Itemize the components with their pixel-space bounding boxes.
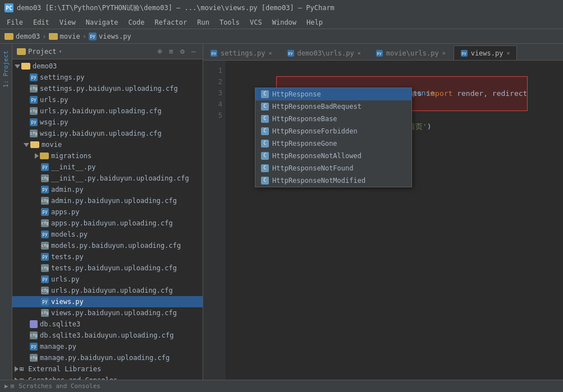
tab-settings-close[interactable]: ✕ (268, 50, 272, 56)
list-item[interactable]: cfg tests.py.baiduyun.uploading.cfg (12, 262, 203, 274)
list-item[interactable]: py models.py (12, 229, 203, 240)
views-py-item[interactable]: py views.py (12, 296, 203, 307)
menu-navigate[interactable]: Navigate (81, 17, 123, 27)
editor-content[interactable]: 1 2 3 4 5 from django.shortcuts import r… (203, 61, 563, 380)
autocomplete-item[interactable]: C HttpResponseBase (255, 113, 411, 125)
tab-views-close[interactable]: ✕ (506, 50, 510, 56)
py-file-icon: py (41, 230, 49, 238)
list-item[interactable]: py __init__.py (12, 162, 203, 173)
ac-item-label: HttpResponseGone (272, 138, 337, 149)
status-bar: ▶ ⊞ Scratches and Consoles (0, 380, 563, 392)
menu-code[interactable]: Code (124, 17, 149, 27)
menu-window[interactable]: Window (268, 17, 301, 27)
tab-demo03-urls[interactable]: py demo03\urls.py ✕ (280, 45, 368, 60)
list-item[interactable]: cfg apps.py.baiduyun.uploading.cfg (12, 218, 203, 229)
list-item[interactable]: cfg urls.py.baiduyun.uploading.cfg (12, 105, 203, 117)
autocomplete-item[interactable]: C HttpResponseForbidden (255, 125, 411, 137)
list-item[interactable]: py wsgi.py (12, 117, 203, 128)
breadcrumb-movie[interactable]: movie (49, 33, 80, 40)
file-label: settings.py (40, 73, 84, 81)
root-folder-icon (21, 63, 30, 70)
movie-folder-item[interactable]: movie (12, 139, 203, 150)
list-item[interactable]: cfg urls.py.baiduyun.uploading.cfg (12, 285, 203, 296)
list-item[interactable]: py manage.py (12, 341, 203, 352)
menu-view[interactable]: View (55, 17, 80, 27)
menu-tools[interactable]: Tools (215, 17, 244, 27)
external-libraries-item[interactable]: ⊞ External Libraries (12, 363, 203, 375)
py-file-icon: py (41, 275, 49, 283)
list-item[interactable]: py admin.py (12, 184, 203, 195)
breadcrumb-sep-1: › (42, 33, 46, 40)
autocomplete-item[interactable]: C HttpResponseBadRequest (255, 100, 411, 113)
expand-icon (15, 366, 19, 372)
menu-refactor[interactable]: Refactor (150, 17, 191, 27)
list-item[interactable]: py apps.py (12, 206, 203, 218)
tab-settings[interactable]: py settings.py ✕ (203, 45, 280, 60)
tab-views[interactable]: py views.py ✕ (454, 45, 518, 60)
cfg-file-icon: cfg (41, 264, 49, 272)
expand-all-button[interactable]: ≡ (167, 47, 176, 56)
editor-area: py settings.py ✕ py demo03\urls.py ✕ py … (203, 44, 563, 380)
autocomplete-item[interactable]: C HttpResponseNotAllowed (255, 150, 411, 162)
list-item[interactable]: cfg manage.py.baiduyun.uploading.cfg (12, 352, 203, 363)
db-file-icon (30, 320, 38, 328)
list-item[interactable]: cfg models.py.baiduyun.uploading.cfg (12, 240, 203, 251)
menu-file[interactable]: File (2, 17, 28, 27)
tree-root[interactable]: demo03 (12, 61, 203, 72)
autocomplete-item[interactable]: C HttpResponse (255, 88, 411, 100)
autocomplete-item[interactable]: C HttpResponseGone (255, 137, 411, 150)
file-label: urls.py (40, 96, 68, 104)
list-item[interactable]: py urls.py (12, 274, 203, 285)
py-file-icon: py (41, 253, 49, 261)
list-item[interactable]: cfg views.py.baiduyun.uploading.cfg (12, 307, 203, 319)
ac-class-icon: C (261, 177, 269, 185)
code-editor[interactable]: from django.shortcuts import render, red… (226, 61, 563, 380)
autocomplete-item[interactable]: C HttpResponseNotModified (255, 174, 411, 187)
left-strip: 1: Project (0, 44, 12, 380)
list-item[interactable]: cfg wsgi.py.baiduyun.uploading.cfg (12, 128, 203, 139)
list-item[interactable]: cfg __init__.py.baiduyun.uploading.cfg (12, 173, 203, 184)
menu-help[interactable]: Help (302, 17, 327, 27)
breadcrumb-file[interactable]: py views.py (89, 33, 131, 40)
close-panel-button[interactable]: — (189, 47, 198, 56)
scratches-status-item[interactable]: ▶ ⊞ Scratches and Consoles (4, 382, 100, 390)
menu-edit[interactable]: Edit (29, 17, 54, 27)
py-file-icon: py (41, 298, 49, 306)
tab-movie-urls[interactable]: py movie\urls.py ✕ (369, 45, 453, 60)
project-strip-label[interactable]: 1: Project (1, 46, 11, 92)
menu-vcs[interactable]: VCS (245, 17, 267, 27)
list-item[interactable]: cfg admin.py.baiduyun.uploading.cfg (12, 195, 203, 206)
ac-item-label: HttpResponseNotModified (272, 175, 365, 186)
autocomplete-popup[interactable]: C HttpResponse C HttpResponseBadRequest … (255, 87, 412, 187)
scratches-label: Scratches and Consoles (28, 376, 117, 380)
list-item[interactable]: py urls.py (12, 94, 203, 105)
list-item[interactable]: cfg settings.py.baiduyun.uploading.cfg (12, 83, 203, 94)
settings-button[interactable]: ⚙ (178, 47, 187, 56)
file-label: manage.py.baiduyun.uploading.cfg (40, 354, 170, 362)
scratches-consoles-item[interactable]: ⊞ Scratches and Consoles (12, 375, 203, 380)
list-item[interactable]: py settings.py (12, 72, 203, 83)
ac-class-icon: C (261, 127, 269, 135)
list-item[interactable]: db.sqlite3 (12, 319, 203, 330)
breadcrumb-bar: demo03 › movie › py views.py (0, 29, 563, 44)
file-label: db.sqlite3.baiduyun.uploading.cfg (40, 331, 173, 339)
migrations-folder-item[interactable]: migrations (12, 150, 203, 162)
main-area: 1: Project Project ▾ ⊕ ≡ ⚙ — demo03 (0, 44, 563, 380)
tab-demo03-urls-close[interactable]: ✕ (358, 50, 361, 56)
tab-movie-urls-close[interactable]: ✕ (442, 50, 446, 56)
project-dropdown-icon[interactable]: ▾ (59, 48, 62, 54)
breadcrumb-sep-2: › (83, 33, 86, 40)
locate-file-button[interactable]: ⊕ (155, 47, 164, 56)
file-label: admin.py (51, 186, 84, 193)
tab-movie-urls-label: movie\urls.py (386, 49, 439, 57)
cfg-file-icon: cfg (41, 197, 49, 205)
breadcrumb-root[interactable]: demo03 (4, 33, 40, 40)
file-label: wsgi.py.baiduyun.uploading.cfg (40, 130, 162, 137)
list-item[interactable]: cfg db.sqlite3.baiduyun.uploading.cfg (12, 330, 203, 341)
project-actions: ⊕ ≡ ⚙ — (155, 47, 198, 56)
menu-run[interactable]: Run (193, 17, 214, 27)
file-label: __init__.py (51, 163, 95, 171)
autocomplete-item[interactable]: C HttpResponseNotFound (255, 162, 411, 174)
list-item[interactable]: py tests.py (12, 251, 203, 262)
ac-item-label: HttpResponse (272, 89, 321, 100)
